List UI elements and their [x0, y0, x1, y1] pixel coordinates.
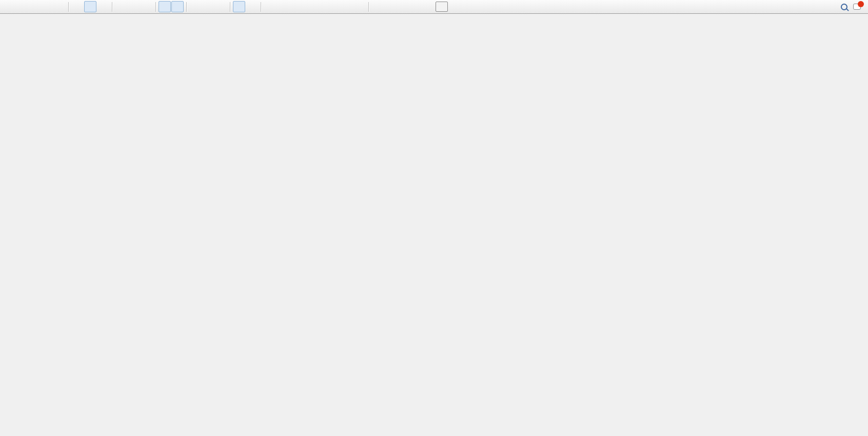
- chart-shift-button[interactable]: [171, 1, 184, 12]
- toolbar-separator: [230, 2, 230, 12]
- toolbar-separator: [368, 2, 369, 12]
- trendline-button[interactable]: [289, 1, 302, 12]
- horizontal-line-button[interactable]: [277, 1, 289, 12]
- search-button[interactable]: [838, 1, 850, 12]
- zoom-in-button[interactable]: [115, 1, 127, 12]
- alerts-button[interactable]: [15, 1, 27, 12]
- text-tool-button[interactable]: [328, 1, 340, 12]
- timeframe-h4-button[interactable]: [436, 2, 448, 12]
- chart-title: [4, 17, 8, 24]
- signals-button[interactable]: [41, 1, 53, 12]
- candlestick-chart-button[interactable]: [84, 1, 96, 12]
- arrows-tool-button[interactable]: [353, 1, 366, 12]
- auto-trading-button[interactable]: [53, 1, 66, 12]
- toolbar-separator: [155, 2, 156, 12]
- tile-windows-button[interactable]: [141, 1, 153, 12]
- notification-badge: [858, 1, 864, 7]
- toolbar: [0, 0, 868, 14]
- timeframe-m15-button[interactable]: [397, 2, 409, 12]
- chart-canvas[interactable]: [0, 0, 868, 436]
- bar-chart-button[interactable]: [71, 1, 84, 12]
- timeframe-mn-button[interactable]: [474, 2, 486, 12]
- templates-button[interactable]: [215, 1, 227, 12]
- timeframe-w1-button[interactable]: [461, 2, 474, 12]
- auto-scroll-button[interactable]: [159, 1, 171, 12]
- cursor-button[interactable]: [233, 1, 245, 12]
- notifications-button[interactable]: [851, 1, 863, 12]
- toolbar-separator: [112, 2, 112, 12]
- timeframe-h1-button[interactable]: [423, 2, 435, 12]
- new-order-button[interactable]: [2, 1, 14, 12]
- toolbar-separator: [68, 2, 69, 12]
- timeframe-m5-button[interactable]: [384, 2, 397, 12]
- timeframe-m30-button[interactable]: [410, 2, 422, 12]
- line-chart-button[interactable]: [97, 1, 109, 12]
- equidistant-channel-button[interactable]: [302, 1, 314, 12]
- search-icon: [841, 4, 847, 10]
- timeframe-d1-button[interactable]: [448, 2, 461, 12]
- zoom-out-button[interactable]: [128, 1, 140, 12]
- periods-button[interactable]: [202, 1, 214, 12]
- label-tool-button[interactable]: [341, 1, 353, 12]
- vertical-line-button[interactable]: [264, 1, 276, 12]
- toolbar-separator: [261, 2, 261, 12]
- community-button[interactable]: [28, 1, 40, 12]
- indicators-button[interactable]: [189, 1, 202, 12]
- toolbar-separator: [186, 2, 187, 12]
- fibonacci-button[interactable]: [315, 1, 327, 12]
- timeframe-m1-button[interactable]: [371, 2, 384, 12]
- crosshair-button[interactable]: [246, 1, 258, 12]
